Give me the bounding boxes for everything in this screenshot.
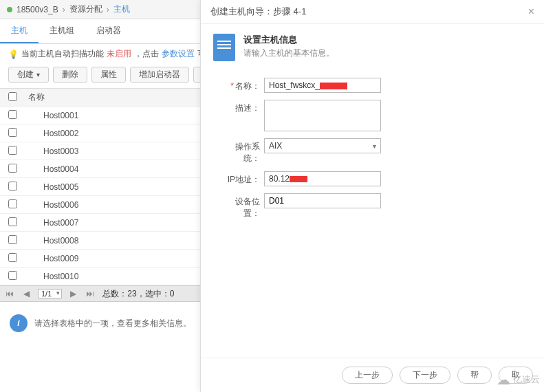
- watermark: ☁ 亿速云: [497, 371, 540, 388]
- breadcrumb-sep-icon: ›: [63, 5, 65, 14]
- add-initiator-button[interactable]: 增加启动器: [130, 67, 189, 83]
- tip-disabled: 未启用: [107, 48, 131, 60]
- row-checkbox[interactable]: [8, 199, 17, 208]
- tab-host[interactable]: 主机: [0, 19, 39, 43]
- document-icon: [213, 34, 235, 61]
- create-host-wizard: 创建主机向导：步骤 4-1 × 设置主机信息 请输入主机的基本信息。 *名称： …: [200, 0, 544, 392]
- label-name: 名称：: [235, 81, 260, 91]
- modal-title-row: 设置主机信息 请输入主机的基本信息。: [201, 24, 544, 64]
- pager-next-icon[interactable]: ▶: [69, 289, 78, 298]
- pager-page-select[interactable]: 1/1: [38, 289, 62, 298]
- tip-settings-link[interactable]: 参数设置: [162, 48, 195, 60]
- close-icon[interactable]: ×: [528, 6, 534, 18]
- breadcrumb-leaf[interactable]: 主机: [113, 3, 130, 15]
- caret-down-icon: ▾: [373, 142, 376, 150]
- pager-summary: 总数：23，选中：0: [102, 288, 174, 300]
- breadcrumb-sep-icon: ›: [107, 5, 109, 14]
- os-select[interactable]: AIX ▾: [264, 138, 381, 153]
- modal-footer: 上一步 下一步 帮 取: [201, 358, 544, 392]
- status-dot-icon: [7, 7, 12, 12]
- name-field[interactable]: Host_fwskcx_: [264, 78, 381, 93]
- row-checkbox[interactable]: [8, 128, 17, 137]
- create-button[interactable]: 创建▾: [8, 67, 49, 83]
- breadcrumb-root[interactable]: 18500v3_B: [17, 5, 58, 14]
- label-desc: 描述：: [220, 100, 264, 114]
- caret-down-icon: ▾: [36, 71, 40, 78]
- select-all-checkbox[interactable]: [8, 92, 17, 101]
- label-os: 操作系统：: [220, 138, 264, 164]
- bulb-icon: 💡: [8, 50, 19, 59]
- row-checkbox[interactable]: [8, 271, 17, 280]
- tab-hostgroup[interactable]: 主机组: [39, 19, 85, 43]
- label-loc: 设备位置：: [220, 193, 264, 219]
- pager-last-icon[interactable]: ⏭: [85, 289, 96, 298]
- host-form: *名称： Host_fwskcx_ 描述： 操作系统： AIX ▾ IP地址： …: [201, 64, 544, 240]
- modal-subtitle: 请输入主机的基本信息。: [243, 47, 334, 59]
- label-ip: IP地址：: [220, 171, 264, 186]
- redacted-icon: [290, 176, 307, 182]
- row-checkbox[interactable]: [8, 146, 17, 155]
- row-checkbox[interactable]: [8, 253, 17, 262]
- row-checkbox[interactable]: [8, 164, 17, 173]
- next-button[interactable]: 下一步: [400, 367, 450, 384]
- ip-field[interactable]: 80.12: [264, 171, 381, 186]
- breadcrumb-mid[interactable]: 资源分配: [69, 3, 102, 15]
- row-checkbox[interactable]: [8, 182, 17, 190]
- help-button[interactable]: 帮: [457, 367, 492, 384]
- modal-header-title: 创建主机向导：步骤 4-1: [210, 6, 306, 18]
- row-checkbox[interactable]: [8, 110, 17, 119]
- row-checkbox[interactable]: [8, 235, 17, 244]
- pager-prev-icon[interactable]: ◀: [22, 289, 31, 298]
- pager-first-icon[interactable]: ⏮: [4, 289, 15, 298]
- delete-button[interactable]: 删除: [53, 67, 87, 83]
- row-checkbox[interactable]: [8, 217, 17, 226]
- desc-field[interactable]: [264, 100, 381, 131]
- info-icon: i: [10, 314, 28, 332]
- location-field[interactable]: [264, 193, 381, 208]
- prev-button[interactable]: 上一步: [342, 367, 393, 384]
- redacted-icon: [320, 83, 347, 89]
- modal-header: 创建主机向导：步骤 4-1 ×: [201, 0, 544, 24]
- cloud-icon: ☁: [497, 371, 510, 388]
- tab-initiator[interactable]: 启动器: [85, 19, 132, 43]
- props-button[interactable]: 属性: [91, 67, 126, 83]
- modal-title: 设置主机信息: [243, 34, 334, 46]
